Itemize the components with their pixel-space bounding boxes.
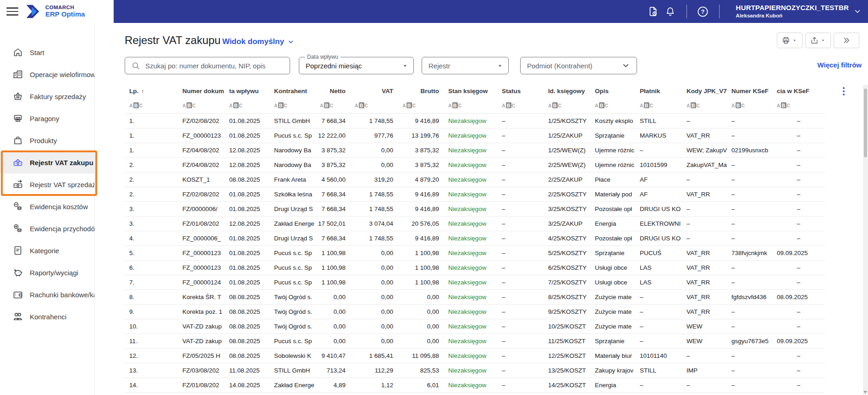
table-row[interactable]: 3.FZ/0000006/01.08.2025Drugi Urząd S7 66…: [125, 202, 825, 217]
column-header-id_ksiegowy[interactable]: Id. księgowy: [544, 85, 590, 97]
column-filter-data_wplywu[interactable]: ABC: [225, 97, 269, 113]
column-filter-stan_ksiegowy[interactable]: ABC: [444, 97, 497, 113]
column-menu-button[interactable]: [840, 87, 847, 95]
column-filter-lp[interactable]: ABC: [125, 97, 178, 113]
sidebar-item-ewidencja-kosztów[interactable]: Ewidencja kosztów: [0, 195, 94, 217]
column-header-status[interactable]: Status: [497, 85, 544, 97]
column-filter-platnik[interactable]: ABC: [635, 97, 682, 113]
table-row[interactable]: 6.FZ_0000012301.08.2025Pucuś s.c. Sp1 10…: [125, 261, 825, 275]
cell-data_wplywu: 08.08.2025: [225, 349, 269, 363]
table-row[interactable]: 8.Korekta ŚR. T08.08.2025Twój Ogród s.0,…: [125, 290, 825, 305]
table-row[interactable]: 1.FZ/04/08/20212.08.2025Narodowy Ba3 875…: [125, 143, 825, 158]
column-header-brutto[interactable]: Brutto: [398, 85, 444, 97]
cell-data_przyjecia_ksef: –: [772, 217, 825, 231]
sidebar-item-produkty[interactable]: Produkty: [0, 129, 94, 151]
column-filter-kody_jpk[interactable]: ABC: [682, 97, 727, 113]
more-filters-link[interactable]: Więcej filtrów: [817, 61, 862, 69]
cell-opis: Ujemne różnic: [590, 158, 635, 172]
cell-opis: Zużycie mate: [590, 319, 635, 334]
cell-id_ksiegowy: 12/25/KOSZT: [544, 349, 590, 363]
sidebar-item-ewidencja-przychodów[interactable]: Ewidencja przychodów: [0, 217, 94, 239]
column-header-label: ta wpływu: [229, 88, 259, 95]
cell-brutto: 9 416,89: [398, 231, 444, 245]
profile-menu[interactable]: HURTPAPIERNOZYCZKI_TESTBR Aleksandra Kub…: [736, 4, 862, 19]
column-header-opis[interactable]: Opis: [590, 85, 635, 97]
sidebar-item-rejestr-vat-zakupu[interactable]: Rejestr VAT zakupu: [0, 151, 94, 173]
column-filter-status[interactable]: ABC: [497, 97, 544, 113]
text-filter-icon: ABC: [274, 102, 287, 108]
column-filter-vat[interactable]: ABC: [350, 97, 398, 113]
column-filter-data_przyjecia_ksef[interactable]: ABC: [772, 97, 825, 113]
table-row[interactable]: 4.FZ_0000006_01.08.2025Drugi Urząd S7 66…: [125, 231, 825, 246]
search-input[interactable]: [144, 61, 290, 70]
column-filter-netto[interactable]: ABC: [315, 97, 350, 113]
date-filter[interactable]: Data wpływu Poprzedni miesiąc: [299, 57, 414, 74]
sidebar-item-kategorie[interactable]: Kategorie: [0, 239, 94, 261]
column-header-lp[interactable]: Lp.↑: [125, 85, 178, 97]
column-header-vat[interactable]: VAT: [350, 85, 398, 97]
column-header-platnik[interactable]: Płatnik: [635, 85, 682, 97]
cell-platnik: 10101599: [635, 158, 682, 172]
table-row[interactable]: 2.FZ/02/08/20201.08.2025Szkółka leśna7 6…: [125, 187, 825, 202]
sidebar-item-raporty-wyciągi[interactable]: Raporty/wyciągi: [0, 261, 94, 284]
table-row[interactable]: 7.FZ_0000012401.08.2025Pucuś s.c. Sp1 10…: [125, 275, 825, 290]
column-filter-kontrahent[interactable]: ABC: [269, 97, 315, 113]
table-row[interactable]: 11.VAT-ZD zakup08.08.2025Pucuś s.c. Sp0,…: [125, 334, 825, 349]
column-header-stan_ksiegowy[interactable]: Stan księgow: [444, 85, 497, 97]
column-header-kontrahent[interactable]: Kontrahent: [269, 85, 315, 97]
table-row[interactable]: 13.FZ/03/08/20211.08.2025STILL GmbH713,2…: [125, 363, 825, 378]
column-filter-brutto[interactable]: ABC: [398, 97, 444, 113]
cell-numer_dokumentu: FZ/02/08/202: [178, 114, 225, 128]
bell-icon[interactable]: [664, 5, 677, 18]
search-box[interactable]: [125, 57, 290, 74]
sidebar-item-rejestr-vat-sprzedaży[interactable]: Rejestr VAT sprzedaży: [0, 173, 94, 195]
print-button[interactable]: [777, 33, 802, 48]
sidebar-item-faktury-sprzedaży[interactable]: Faktury sprzedaży: [0, 85, 94, 107]
table-row[interactable]: 1.FZ_0000012301.08.2025Pucuś s.c. Sp12 2…: [125, 128, 825, 143]
export-button[interactable]: [805, 33, 831, 48]
sidebar-item-paragony[interactable]: Paragony: [0, 107, 94, 129]
sidebar-item-label: Rachunki bankowe/kasy: [30, 291, 94, 299]
column-header-netto[interactable]: Netto: [315, 85, 350, 97]
column-header-numer_ksef[interactable]: Numer KSeF: [727, 85, 772, 97]
column-header-numer_dokumentu[interactable]: Numer dokum: [178, 85, 225, 97]
table-row[interactable]: 3.FZ/01/08/20212.08.2025Zakład Energe17 …: [125, 217, 825, 231]
sidebar-item-operacje-wielofirmowe[interactable]: Operacje wielofirmowe: [0, 63, 94, 85]
expand-button[interactable]: [834, 33, 859, 48]
table-row[interactable]: 14.FZ/01/08/20214.08.2025Zakład Energe4,…: [125, 378, 825, 393]
sidebar-item-rachunki-bankowe-kasy[interactable]: Rachunki bankowe/kasy: [0, 284, 94, 306]
column-header-data_wplywu[interactable]: ta wpływu: [225, 85, 269, 97]
table-row[interactable]: 2.KOSZT_108.08.2025Frank Areta4 560,0031…: [125, 172, 825, 187]
sidebar-item-start[interactable]: Start: [0, 41, 94, 63]
cell-kontrahent: Szkółka leśna: [269, 187, 315, 201]
table-row[interactable]: 12.FZ/05/2025 H08.08.2025Sobolewski K9 4…: [125, 349, 825, 363]
cell-kody_jpk: VAT_RR: [682, 275, 727, 289]
column-filter-numer_dokumentu[interactable]: ABC: [178, 97, 225, 113]
hamburger-menu-icon[interactable]: [6, 6, 18, 18]
scrollbar-thumb[interactable]: [864, 89, 867, 157]
table-row[interactable]: 9.Korekta poz. 108.08.2025Twój Ogród s.0…: [125, 305, 825, 319]
cell-lp: 1.: [125, 143, 178, 157]
column-filter-id_ksiegowy[interactable]: ABC: [544, 97, 590, 113]
cell-platnik: STILL: [635, 363, 682, 378]
column-filter-numer_ksef[interactable]: ABC: [727, 97, 772, 113]
column-filter-opis[interactable]: ABC: [590, 97, 635, 113]
cell-data_przyjecia_ksef: –: [772, 275, 825, 289]
cell-numer_dokumentu: FZ_00000123: [178, 261, 225, 275]
sidebar-item-kontrahenci[interactable]: Kontrahenci: [0, 306, 94, 328]
date-filter-label: Data wpływu: [305, 54, 341, 60]
view-selector[interactable]: Widok domyślny: [222, 37, 294, 46]
table-row[interactable]: 10.VAT-ZD zakup08.08.2025Twój Ogród s.0,…: [125, 319, 825, 334]
help-icon[interactable]: ?: [696, 5, 710, 18]
column-header-data_przyjecia_ksef[interactable]: cia w KSeF: [772, 85, 825, 97]
scroll-down-arrow-icon[interactable]: [863, 391, 867, 394]
cell-id_ksiegowy: 5/25/KOSZTY: [544, 246, 590, 260]
subject-filter[interactable]: Podmiot (Kontrahent): [520, 57, 637, 74]
cell-netto: 0,00: [315, 305, 350, 319]
column-header-kody_jpk[interactable]: Kody JPK_V7: [682, 85, 727, 97]
table-row[interactable]: 5.FZ_0000012301.08.2025Pucuś s.c. Sp1 10…: [125, 246, 825, 261]
register-filter[interactable]: Rejestr: [422, 57, 509, 74]
table-row[interactable]: 2.FZ/04/08/20212.08.2025Narodowy Ba3 875…: [125, 158, 825, 172]
table-row[interactable]: 1.FZ/02/08/20201.08.2025STILL GmbH7 668,…: [125, 114, 825, 128]
ksef-document-icon[interactable]: [646, 5, 660, 18]
